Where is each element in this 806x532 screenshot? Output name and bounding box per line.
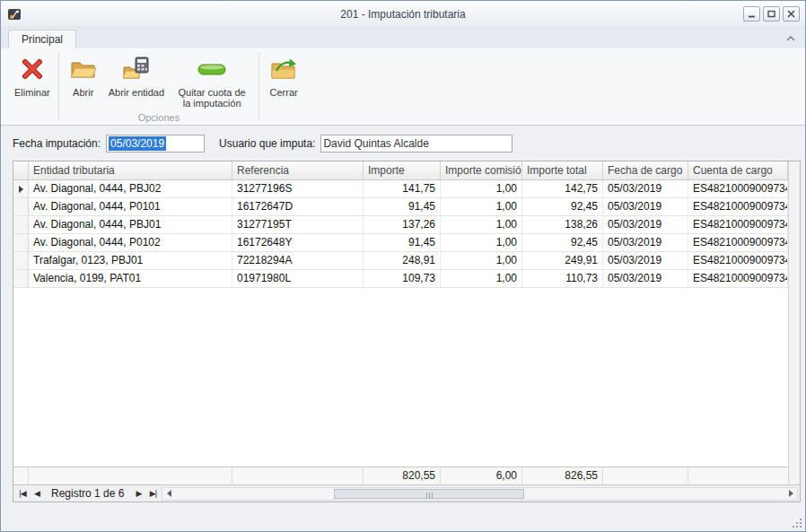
cell-cuenta-cargo: ES482100090097345	[688, 216, 788, 234]
table-row[interactable]: Valencia, 0199, PAT01 01971980L 109,73 1…	[13, 270, 788, 288]
cell-importe-comision: 1,00	[441, 180, 522, 198]
imputation-grid: Entidad tributaria Referencia Importe Im…	[13, 161, 801, 502]
cell-referencia: 16172647D	[232, 198, 364, 216]
abrir-button[interactable]: Abrir	[63, 51, 104, 98]
record-navigator: |◀ ◀ Registro 1 de 6 ▶ ▶|	[13, 484, 800, 501]
open-folder-icon	[70, 54, 97, 84]
cell-referencia: 31277195T	[232, 216, 364, 234]
table-row[interactable]: Av. Diagonal, 0444, PBJ02 31277196S 141,…	[13, 180, 788, 198]
cell-referencia: 72218294A	[232, 252, 364, 270]
app-window: 201 - Imputación tributaria Principal	[0, 0, 806, 532]
cell-importe-total: 142,75	[522, 180, 603, 198]
tab-principal[interactable]: Principal	[8, 30, 76, 48]
maximize-button[interactable]	[763, 6, 780, 22]
horizontal-scrollbar[interactable]	[162, 487, 798, 501]
cell-importe: 137,26	[364, 216, 441, 234]
cell-importe: 141,75	[364, 180, 441, 198]
summary-importe-comision: 6,00	[441, 467, 522, 484]
cell-cuenta-cargo: ES482100090097345	[688, 252, 788, 270]
content-panel: Fecha imputación: 05/03/2019 Usuario que…	[1, 126, 805, 513]
fecha-imputacion-input[interactable]: 05/03/2019	[106, 135, 205, 153]
cell-entidad: Valencia, 0199, PAT01	[29, 270, 232, 288]
eliminar-button[interactable]: Eliminar	[10, 51, 55, 98]
cell-cuenta-cargo: ES482100090097345	[688, 180, 788, 198]
ribbon-group-opciones: Abrir	[61, 49, 257, 125]
cell-entidad: Trafalgar, 0123, PBJ01	[29, 252, 232, 270]
cell-entidad: Av. Diagonal, 0444, P0101	[29, 198, 232, 216]
cell-fecha-cargo: 05/03/2019	[603, 270, 688, 288]
cell-importe-comision: 1,00	[441, 252, 522, 270]
next-record-button[interactable]: ▶	[131, 486, 145, 501]
previous-record-button[interactable]: ◀	[30, 486, 44, 501]
record-count-label: Registro 1 de 6	[51, 487, 124, 500]
last-record-button[interactable]: ▶|	[145, 486, 160, 501]
cell-referencia: 01971980L	[232, 270, 364, 288]
row-indicator	[13, 270, 29, 288]
cell-fecha-cargo: 05/03/2019	[603, 234, 688, 252]
col-header-importe[interactable]: Importe	[364, 161, 441, 179]
titlebar: 201 - Imputación tributaria	[1, 1, 805, 28]
quitar-cuota-button[interactable]: Quitar cuota de la imputación	[169, 51, 255, 109]
scroll-left-arrow-icon[interactable]	[162, 488, 175, 500]
ribbon-group-delete: Eliminar	[8, 49, 57, 125]
cell-importe-total: 92,45	[522, 198, 603, 216]
horizontal-scrollbar-thumb[interactable]	[334, 489, 524, 499]
cerrar-button[interactable]: Cerrar	[263, 51, 304, 98]
ribbon-group-separator	[258, 53, 259, 121]
ribbon-tab-row: Principal	[1, 28, 805, 48]
group-caption-opciones: Opciones	[61, 111, 257, 125]
ribbon-collapse-button[interactable]	[784, 32, 798, 45]
table-row[interactable]: Trafalgar, 0123, PBJ01 72218294A 248,91 …	[13, 252, 788, 270]
col-header-cuenta-cargo[interactable]: Cuenta de cargo	[688, 161, 788, 179]
minimize-button[interactable]	[743, 6, 760, 22]
table-row[interactable]: Av. Diagonal, 0444, P0101 16172647D 91,4…	[13, 198, 788, 216]
status-bar	[1, 513, 805, 531]
grid-header: Entidad tributaria Referencia Importe Im…	[13, 161, 788, 180]
fecha-imputacion-label: Fecha imputación:	[13, 137, 101, 150]
col-header-referencia[interactable]: Referencia	[232, 161, 364, 179]
fecha-selected-text: 05/03/2019	[109, 136, 166, 151]
close-icon	[787, 10, 795, 18]
current-row-arrow-icon	[19, 186, 23, 193]
cell-entidad: Av. Diagonal, 0444, PBJ01	[29, 216, 232, 234]
abrir-entidad-button[interactable]: Abrir entidad	[104, 51, 169, 98]
scroll-right-arrow-icon[interactable]	[784, 488, 797, 500]
cell-referencia: 16172648Y	[232, 234, 364, 252]
minimize-icon	[748, 10, 756, 18]
row-indicator	[13, 252, 29, 270]
col-header-importe-total[interactable]: Importe total	[522, 161, 603, 179]
cell-importe: 248,91	[364, 252, 441, 270]
cell-referencia: 31277196S	[232, 180, 364, 198]
maximize-icon	[767, 10, 775, 18]
open-entity-icon	[123, 54, 150, 84]
close-button[interactable]	[783, 6, 800, 22]
imputation-form: Fecha imputación: 05/03/2019 Usuario que…	[13, 135, 801, 153]
remove-quota-icon	[197, 54, 226, 84]
cell-fecha-cargo: 05/03/2019	[603, 180, 688, 198]
delete-icon	[21, 54, 44, 84]
table-row[interactable]: Av. Diagonal, 0444, P0102 16172648Y 91,4…	[13, 234, 788, 252]
resize-grip[interactable]	[791, 517, 802, 528]
usuario-imputa-input[interactable]: David Quintas Alcalde	[320, 135, 513, 153]
table-row[interactable]: Av. Diagonal, 0444, PBJ01 31277195T 137,…	[13, 216, 788, 234]
col-header-entidad[interactable]: Entidad tributaria	[29, 161, 232, 179]
col-header-fecha-cargo[interactable]: Fecha de cargo	[603, 161, 688, 179]
row-indicator	[13, 216, 29, 234]
app-icon	[6, 6, 22, 22]
cell-importe-total: 92,45	[522, 234, 603, 252]
vertical-scrollbar[interactable]	[788, 161, 800, 484]
col-header-importe-comision[interactable]: Importe comisión	[441, 161, 522, 179]
chevron-up-icon	[786, 36, 795, 41]
cell-importe-total: 110,73	[522, 270, 603, 288]
cell-importe-comision: 1,00	[441, 198, 522, 216]
cell-cuenta-cargo: ES482100090097345	[688, 270, 788, 288]
grid-empty-area	[13, 288, 788, 467]
cell-importe-comision: 1,00	[441, 270, 522, 288]
row-indicator	[13, 180, 29, 198]
cell-importe: 91,45	[364, 234, 441, 252]
cell-importe-total: 138,26	[522, 216, 603, 234]
ribbon-group-separator	[58, 53, 59, 121]
first-record-button[interactable]: |◀	[15, 486, 30, 501]
summary-importe-total: 826,55	[522, 467, 603, 484]
cell-importe-comision: 1,00	[441, 216, 522, 234]
